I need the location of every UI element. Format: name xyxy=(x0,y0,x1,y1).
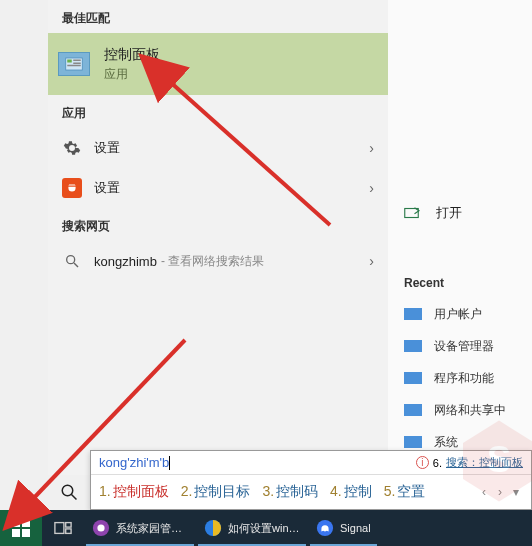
watermark: S xyxy=(454,416,532,506)
signal-icon xyxy=(316,519,334,537)
app-item-settings-2[interactable]: 设置 › xyxy=(48,168,388,208)
taskbar-app[interactable]: 如何设置win1... xyxy=(196,510,308,546)
web-search-query: kongzhimb xyxy=(94,254,157,269)
taskbar-app-label: Signal xyxy=(340,522,371,534)
svg-rect-12 xyxy=(12,529,20,537)
search-input-icon[interactable] xyxy=(55,478,83,506)
search-icon xyxy=(62,251,82,271)
start-search-panel: 最佳匹配 控制面板 应用 应用 设置 › 设置 › 搜索网页 kongzhimb… xyxy=(48,0,388,475)
svg-point-5 xyxy=(67,256,75,264)
ime-candidate[interactable]: 2.控制目标 xyxy=(181,483,251,501)
open-label: 打开 xyxy=(436,204,462,222)
svg-rect-11 xyxy=(22,519,30,527)
recent-header: Recent xyxy=(388,236,532,298)
ime-candidate[interactable]: 1.控制面板 xyxy=(99,483,169,501)
best-match-title: 控制面板 xyxy=(104,46,160,64)
best-match-item[interactable]: 控制面板 应用 xyxy=(48,33,388,95)
app-item-label: 设置 xyxy=(94,179,120,197)
taskbar-app-label: 如何设置win1... xyxy=(228,521,300,536)
taskbar: 系统家园管理... 如何设置win1... Signal xyxy=(0,510,532,546)
info-icon: i xyxy=(416,456,429,469)
svg-line-6 xyxy=(74,263,78,267)
svg-rect-2 xyxy=(73,60,81,62)
chevron-right-icon: › xyxy=(369,253,374,269)
settings-app-icon xyxy=(62,178,82,198)
ime-composition[interactable]: kong'zhi'm'b xyxy=(99,455,170,471)
svg-rect-15 xyxy=(66,523,71,528)
taskbar-app[interactable]: Signal xyxy=(308,510,379,546)
svg-rect-16 xyxy=(66,529,71,534)
svg-rect-14 xyxy=(55,523,64,534)
open-action[interactable]: 打开 xyxy=(388,190,532,236)
panel-icon xyxy=(404,436,422,448)
app-item-label: 设置 xyxy=(94,139,120,157)
panel-icon xyxy=(404,404,422,416)
chevron-right-icon: › xyxy=(369,140,374,156)
section-best-match: 最佳匹配 xyxy=(48,0,388,33)
ime-candidate[interactable]: 5.空置 xyxy=(384,483,426,501)
svg-rect-1 xyxy=(67,60,72,63)
svg-rect-10 xyxy=(12,519,20,527)
app-item-settings-1[interactable]: 设置 › xyxy=(48,128,388,168)
chevron-right-icon: › xyxy=(369,180,374,196)
best-match-subtitle: 应用 xyxy=(104,66,160,83)
panel-icon xyxy=(404,340,422,352)
panel-icon xyxy=(404,372,422,384)
svg-text:S: S xyxy=(487,439,511,480)
web-search-item[interactable]: kongzhimb - 查看网络搜索结果 › xyxy=(48,241,388,281)
browser-icon xyxy=(204,519,222,537)
start-detail-panel: 打开 Recent 用户帐户 设备管理器 程序和功能 网络和共享中 系统 xyxy=(388,0,532,475)
task-view-button[interactable] xyxy=(42,510,84,546)
recent-item[interactable]: 用户帐户 xyxy=(388,298,532,330)
panel-icon xyxy=(404,308,422,320)
control-panel-icon xyxy=(58,52,90,76)
svg-rect-13 xyxy=(22,529,30,537)
taskbar-app[interactable]: 系统家园管理... xyxy=(84,510,196,546)
ime-candidate[interactable]: 3.控制码 xyxy=(262,483,318,501)
start-button[interactable] xyxy=(0,510,42,546)
ime-hint-num: 6. xyxy=(433,457,442,469)
browser-icon xyxy=(92,519,110,537)
svg-rect-4 xyxy=(67,65,81,67)
svg-point-8 xyxy=(62,485,73,496)
svg-line-9 xyxy=(71,494,76,499)
svg-point-18 xyxy=(97,524,104,531)
section-apps: 应用 xyxy=(48,95,388,128)
recent-item[interactable]: 程序和功能 xyxy=(388,362,532,394)
taskbar-app-label: 系统家园管理... xyxy=(116,521,188,536)
gear-icon xyxy=(62,138,82,158)
recent-item[interactable]: 设备管理器 xyxy=(388,330,532,362)
web-search-hint: - 查看网络搜索结果 xyxy=(161,253,264,270)
svg-rect-3 xyxy=(73,63,81,65)
section-search-web: 搜索网页 xyxy=(48,208,388,241)
ime-candidate[interactable]: 4.控制 xyxy=(330,483,372,501)
open-icon xyxy=(404,206,422,220)
